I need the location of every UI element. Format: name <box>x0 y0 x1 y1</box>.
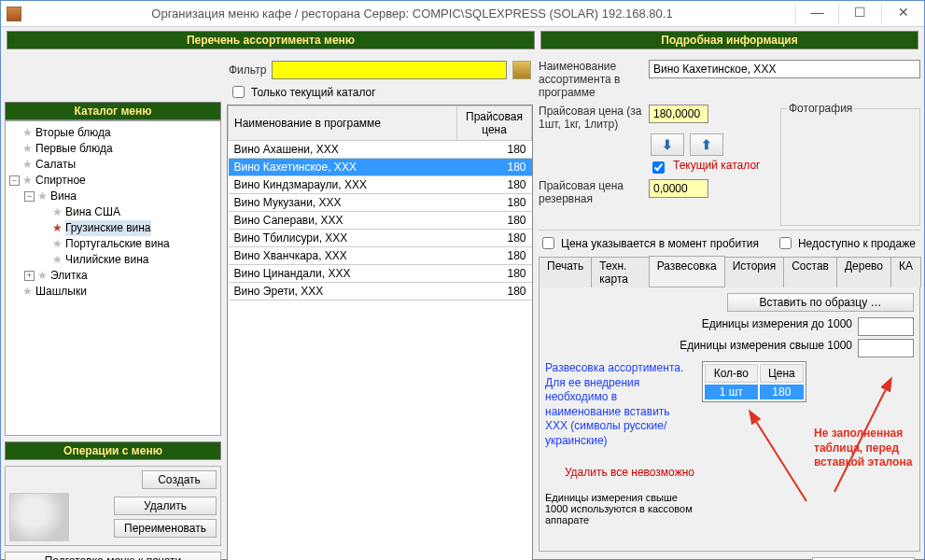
insert-template-button[interactable]: Вставить по образцу … <box>727 293 914 312</box>
clear-filter-icon[interactable] <box>512 61 531 79</box>
tree-item[interactable]: Вина США <box>65 204 120 220</box>
table-row[interactable]: Вино Тбилисури, ХХХ180 <box>229 230 532 247</box>
detail-tabs: Печать Техн. карта Развесовка История Со… <box>539 256 920 287</box>
tree-item[interactable]: Элитка <box>50 268 88 284</box>
tree-item[interactable]: Первые блюда <box>35 141 113 157</box>
table-row[interactable]: Вино Ахашени, ХХХ180 <box>229 141 532 159</box>
close-button[interactable]: ✕ <box>881 4 924 24</box>
tree-item[interactable]: Спиртное <box>35 173 86 189</box>
filter-label: Фильтр <box>229 63 266 77</box>
tab-composition[interactable]: Состав <box>783 257 837 287</box>
weighing-grid[interactable]: Кол-воЦена 1 шт180 <box>702 361 806 402</box>
ops-header: Операции с меню <box>5 441 221 460</box>
price-label: Прайсовая цена (за 1шт, 1кг, 1литр) <box>539 105 643 131</box>
cell-qty[interactable]: 1 шт <box>705 385 758 399</box>
tree-item[interactable]: Португальские вина <box>65 236 170 252</box>
photo-legend: Фотография <box>787 102 854 115</box>
price-at-sale-checkbox[interactable] <box>542 237 554 249</box>
rename-button[interactable]: Переименовать <box>114 519 217 538</box>
table-row[interactable]: Вино Хванчкара, ХХХ180 <box>229 247 532 265</box>
current-catalog-label: Текущий каталог <box>673 159 760 172</box>
name-input[interactable] <box>649 60 920 78</box>
reserve-label: Прайсовая цена резервная <box>539 179 643 205</box>
not-for-sale-checkbox[interactable] <box>779 237 792 249</box>
tab-techcard[interactable]: Техн. карта <box>591 257 649 287</box>
move-down-button[interactable]: ⬇ <box>651 133 684 156</box>
details-header: Подробная информация <box>540 31 918 49</box>
items-grid[interactable]: Наименование в программе Прайсовая цена … <box>227 105 533 560</box>
tree-item[interactable]: Салаты <box>35 157 76 173</box>
bottom-note: Единицы измерения свыше 1000 используютс… <box>545 492 694 525</box>
reserve-input[interactable] <box>649 179 708 198</box>
only-current-checkbox[interactable] <box>232 86 245 98</box>
col-qty: Кол-во <box>705 364 758 383</box>
filter-input[interactable] <box>272 61 507 79</box>
col-name[interactable]: Наименование в программе <box>229 106 457 141</box>
tree-item-selected[interactable]: Грузинские вина <box>65 220 151 236</box>
tab-history[interactable]: История <box>724 257 785 287</box>
expand-icon[interactable]: + <box>24 271 35 281</box>
move-up-button[interactable]: ⬆ <box>690 133 723 156</box>
catalog-header: Каталог меню <box>5 102 221 120</box>
table-row[interactable]: Вино Саперави, ХХХ180 <box>229 212 532 230</box>
col-price-w: Цена <box>760 364 804 383</box>
delete-button[interactable]: Удалить <box>114 497 217 515</box>
catalog-tree[interactable]: ★Вторые блюда ★Первые блюда ★Салаты −★Сп… <box>5 120 221 436</box>
app-icon <box>7 7 21 21</box>
tree-item[interactable]: Шашлыки <box>35 284 87 300</box>
assortment-header: Перечень ассортимента меню <box>7 31 535 49</box>
tree-item[interactable]: Чилийские вина <box>65 252 148 268</box>
tree-item[interactable]: Вторые блюда <box>35 125 111 141</box>
cell-price[interactable]: 180 <box>760 385 804 399</box>
create-button[interactable]: Создать <box>142 470 217 489</box>
blue-note: Развесовка ассортимента. Для ее внедрени… <box>545 361 694 449</box>
expand-icon[interactable]: − <box>24 191 35 202</box>
window-title: Организация меню кафе / ресторана Сервер… <box>29 7 795 21</box>
food-image <box>9 493 69 541</box>
print-prepare-button[interactable]: Подготовка меню к печати <box>5 552 221 560</box>
tree-item[interactable]: Вина <box>50 189 77 204</box>
unit-gt-input[interactable] <box>858 339 914 357</box>
table-row[interactable]: Вино Киндзмараули, ХХХ180 <box>229 176 532 194</box>
titlebar: Организация меню кафе / ресторана Сервер… <box>1 1 924 27</box>
expand-icon[interactable]: − <box>9 175 20 186</box>
photo-area <box>787 119 914 221</box>
minimize-button[interactable]: — <box>795 4 838 24</box>
unit-lt-input[interactable] <box>858 317 914 336</box>
maximize-button[interactable]: ☐ <box>838 4 881 24</box>
tab-weighing[interactable]: Развесовка <box>649 256 725 287</box>
table-row[interactable]: Вино Цинандали, ХХХ180 <box>229 265 532 283</box>
tab-ka[interactable]: КА <box>890 257 921 287</box>
current-catalog-checkbox[interactable] <box>652 161 665 174</box>
name-label: Наименование ассортимента в программе <box>539 60 643 99</box>
price-at-sale-label: Цена указывается в момент пробития <box>561 237 759 250</box>
table-row[interactable]: Вино Эрети, ХХХ180 <box>229 283 532 301</box>
red-note: Не заполненная таблица, перед вставкой э… <box>814 427 914 470</box>
table-row[interactable]: Вино Кахетинское, ХХХ180 <box>229 159 532 176</box>
tab-print[interactable]: Печать <box>539 257 592 287</box>
unit-lt-label: Единицы измерения до 1000 <box>702 317 852 330</box>
only-current-label: Только текущий каталог <box>251 86 376 99</box>
unit-gt-label: Единицы измерения свыше 1000 <box>680 339 852 352</box>
delete-all-label: Удалить все невозможно <box>545 466 694 479</box>
col-price[interactable]: Прайсовая цена <box>457 106 532 141</box>
table-row[interactable]: Вино Мукузани, ХХХ180 <box>229 194 532 212</box>
price-input[interactable] <box>649 105 708 123</box>
not-for-sale-label: Недоступно к продаже <box>798 237 916 250</box>
tab-tree[interactable]: Дерево <box>836 257 891 287</box>
